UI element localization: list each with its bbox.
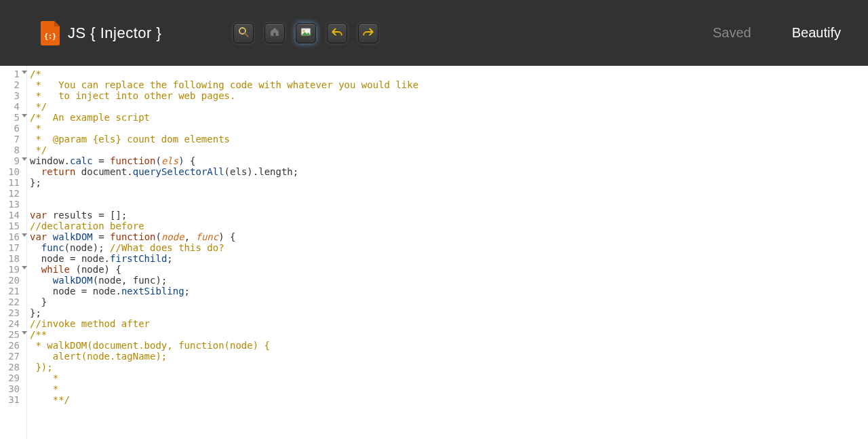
redo-icon: [362, 26, 374, 40]
line-number: 11: [0, 177, 26, 188]
line-number: 22: [0, 297, 26, 307]
line-number: 23: [0, 307, 26, 318]
line-number: 8: [0, 145, 26, 155]
line-number: 12: [0, 188, 26, 199]
code-line[interactable]: */: [30, 101, 868, 112]
code-line[interactable]: * @param {els} count dom elements: [30, 134, 868, 145]
line-number: 24: [0, 318, 26, 329]
code-line[interactable]: *: [30, 373, 868, 383]
code-line[interactable]: node = node.firstChild;: [30, 253, 868, 264]
code-area[interactable]: /* * You can replace the following code …: [27, 66, 868, 439]
fold-toggle-icon[interactable]: [22, 71, 27, 74]
line-number: 26: [0, 340, 26, 351]
line-number: 7: [0, 134, 26, 145]
line-number: 3: [0, 90, 26, 101]
code-line[interactable]: [30, 188, 868, 199]
line-number: 16: [0, 231, 26, 242]
code-editor[interactable]: 1234567891011121314151617181920212223242…: [0, 66, 868, 439]
app-title: JS { Injector }: [68, 24, 161, 42]
fold-toggle-icon[interactable]: [22, 266, 27, 269]
code-line[interactable]: var walkDOM = function(node, func) {: [30, 231, 868, 242]
code-line[interactable]: alert(node.tagName);: [30, 351, 868, 362]
line-number: 9: [0, 155, 26, 166]
line-number: 4: [0, 101, 26, 112]
code-line[interactable]: //declaration before: [30, 221, 868, 231]
beautify-button[interactable]: Beautify: [792, 25, 841, 41]
code-line[interactable]: }: [30, 297, 868, 307]
search-button[interactable]: [233, 23, 254, 43]
code-line[interactable]: **/: [30, 394, 868, 405]
code-line[interactable]: *: [30, 383, 868, 394]
code-line[interactable]: /**: [30, 329, 868, 340]
code-line[interactable]: [30, 199, 868, 210]
line-number: 15: [0, 221, 26, 231]
code-line[interactable]: /*: [30, 69, 868, 79]
image-button[interactable]: [296, 23, 316, 43]
fold-toggle-icon[interactable]: [22, 157, 27, 161]
code-line[interactable]: * to inject into other web pages.: [30, 90, 868, 101]
code-line[interactable]: });: [30, 362, 868, 373]
code-line[interactable]: //invoke method after: [30, 318, 868, 329]
code-line[interactable]: window.calc = function(els) {: [30, 155, 868, 166]
code-line[interactable]: node = node.nextSibling;: [30, 286, 868, 297]
svg-line-2: [245, 33, 249, 37]
code-line[interactable]: walkDOM(node, func);: [30, 275, 868, 286]
line-number: 29: [0, 373, 26, 383]
home-icon: [269, 26, 281, 40]
line-number: 20: [0, 275, 26, 286]
code-line[interactable]: };: [30, 307, 868, 318]
undo-icon: [331, 26, 343, 40]
fold-toggle-icon[interactable]: [22, 114, 27, 117]
code-line[interactable]: * You can replace the following code wit…: [30, 79, 868, 90]
line-number: 2: [0, 79, 26, 90]
code-line[interactable]: while (node) {: [30, 264, 868, 275]
saved-status: Saved: [713, 25, 751, 41]
line-number: 13: [0, 199, 26, 210]
line-number: 19: [0, 264, 26, 275]
line-number: 14: [0, 210, 26, 221]
status-area: Saved Beautify: [713, 25, 841, 41]
code-line[interactable]: * walkDOM(document.body, function(node) …: [30, 340, 868, 351]
line-number: 5: [0, 112, 26, 123]
line-number: 27: [0, 351, 26, 362]
header-bar: {:} JS { Injector } Saved Beautify: [0, 0, 868, 66]
image-icon: [300, 26, 312, 40]
line-number: 30: [0, 383, 26, 394]
code-line[interactable]: *: [30, 123, 868, 134]
fold-toggle-icon[interactable]: [22, 331, 27, 335]
line-number: 1: [0, 69, 26, 79]
code-line[interactable]: /* An example script: [30, 112, 868, 123]
svg-point-5: [303, 30, 305, 32]
file-js-icon: {:}: [41, 21, 60, 45]
line-number: 17: [0, 242, 26, 253]
line-number: 31: [0, 394, 26, 405]
line-gutter: 1234567891011121314151617181920212223242…: [0, 66, 27, 439]
line-number: 21: [0, 286, 26, 297]
redo-button[interactable]: [358, 23, 378, 43]
app-logo: {:} JS { Injector }: [41, 21, 161, 45]
home-button[interactable]: [264, 23, 285, 43]
code-line[interactable]: };: [30, 177, 868, 188]
svg-text:{:}: {:}: [44, 33, 56, 40]
code-line[interactable]: var results = [];: [30, 210, 868, 221]
code-line[interactable]: func(node); //What does this do?: [30, 242, 868, 253]
code-line[interactable]: */: [30, 145, 868, 155]
code-line[interactable]: return document.querySelectorAll(els).le…: [30, 166, 868, 177]
line-number: 6: [0, 123, 26, 134]
line-number: 28: [0, 362, 26, 373]
undo-button[interactable]: [327, 23, 347, 43]
search-icon: [237, 26, 250, 40]
fold-toggle-icon[interactable]: [22, 233, 27, 237]
toolbar: [233, 23, 378, 43]
line-number: 25: [0, 329, 26, 340]
line-number: 10: [0, 166, 26, 177]
line-number: 18: [0, 253, 26, 264]
